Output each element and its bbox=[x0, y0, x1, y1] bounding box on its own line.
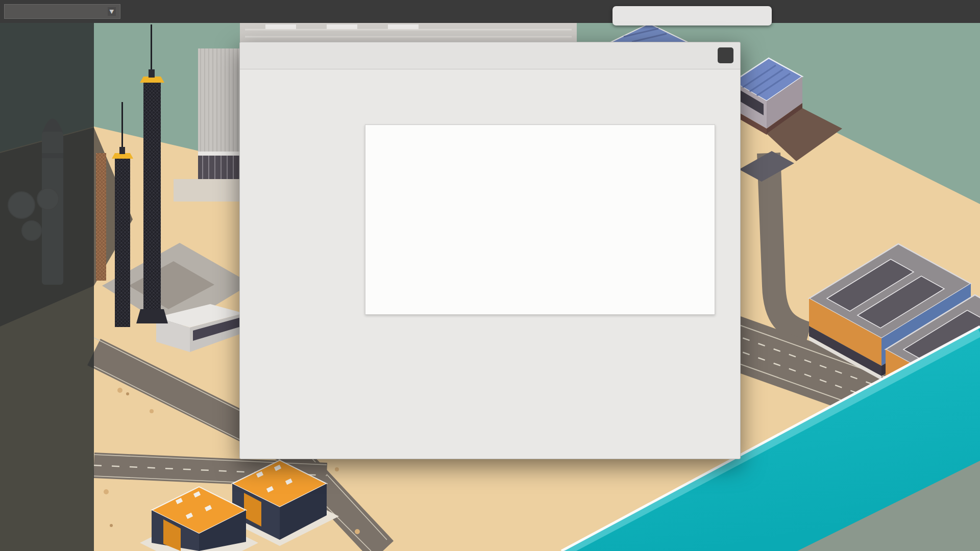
sidebar bbox=[0, 23, 94, 551]
time-panel bbox=[612, 6, 772, 26]
finances-chart bbox=[365, 125, 716, 315]
top-bar: ▼ bbox=[0, 0, 980, 23]
finances-chart-card bbox=[365, 124, 715, 315]
company-money bbox=[129, 4, 133, 19]
company-dropdown[interactable]: ▼ bbox=[4, 4, 120, 19]
finances-modal bbox=[239, 42, 741, 459]
salary-cost bbox=[197, 4, 200, 19]
close-button[interactable] bbox=[718, 47, 733, 63]
modal-titlebar bbox=[240, 42, 740, 69]
chevron-down-icon: ▼ bbox=[108, 7, 116, 16]
